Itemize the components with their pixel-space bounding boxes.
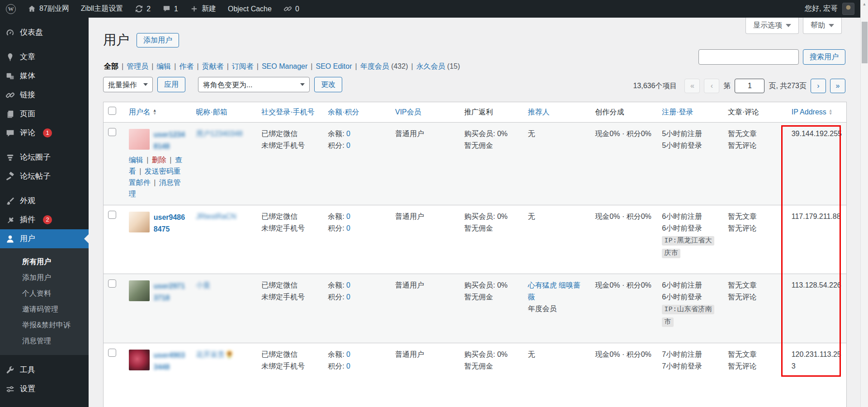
chain-link-icon xyxy=(283,5,292,13)
vertical-scrollbar[interactable]: ▲ xyxy=(860,0,868,407)
last-page-button[interactable]: » xyxy=(830,79,845,93)
wp-logo-menu[interactable]: W xyxy=(0,0,22,18)
sidebar-item-users[interactable]: 用户 xyxy=(0,229,89,248)
column-username[interactable]: 用户名▲▼ xyxy=(129,107,157,117)
column-social-phone[interactable]: 社交登录·手机号 xyxy=(261,107,314,117)
balance-value[interactable]: 0 xyxy=(346,281,350,289)
points-value[interactable]: 0 xyxy=(346,293,350,301)
column-balance-points[interactable]: 余额·积分 xyxy=(328,107,359,117)
admin-sidebar: 仪表盘 文章 媒体 链接 页面 评论 1 论坛圈子 xyxy=(0,18,89,407)
column-nickname-email[interactable]: 昵称·邮箱 xyxy=(196,107,227,117)
balance-value[interactable]: 0 xyxy=(346,213,350,220)
nickname-link[interactable]: 用户12340348 xyxy=(196,130,243,137)
filter-contributor[interactable]: 贡献者 xyxy=(202,62,224,70)
row-checkbox[interactable] xyxy=(108,349,116,357)
site-name-link[interactable]: 87副业网 xyxy=(22,0,75,18)
ip-address-value: 113.128.54.226 xyxy=(787,274,847,343)
performance-links-menu[interactable]: 0 xyxy=(278,0,305,18)
screen-options-tab[interactable]: 显示选项 xyxy=(745,18,799,34)
username-link[interactable]: user49033448 xyxy=(129,349,187,373)
referrer-link[interactable]: 心有猛虎 细嗅蔷薇 xyxy=(528,281,580,301)
sidebar-item-plugins[interactable]: 插件 2 xyxy=(0,210,89,229)
bulk-action-select[interactable]: 批量操作 xyxy=(103,77,153,92)
next-page-button[interactable]: › xyxy=(811,79,826,93)
comments-link[interactable]: 1 xyxy=(156,0,184,18)
sidebar-item-forum-circles[interactable]: 论坛圈子 xyxy=(0,148,89,167)
updates-link[interactable]: 2 xyxy=(129,0,156,18)
filter-seo-manager[interactable]: SEO Manager xyxy=(262,62,307,70)
sidebar-item-settings[interactable]: 设置 xyxy=(0,379,89,398)
change-role-button[interactable]: 更改 xyxy=(314,77,342,92)
column-ip-address[interactable]: IP Address▲▼ xyxy=(792,107,833,117)
username-link[interactable]: user29713718 xyxy=(129,279,187,304)
nickname-link[interactable]: 小曼 xyxy=(196,281,211,289)
sort-arrows-icon: ▲▼ xyxy=(829,109,833,115)
search-users-input[interactable] xyxy=(698,49,799,65)
menu-separator xyxy=(0,42,89,47)
pushpin-icon xyxy=(5,52,15,62)
sidebar-item-links[interactable]: 链接 xyxy=(0,85,89,104)
nickname-link[interactable]: JRtestRaCN xyxy=(196,213,236,220)
points-value[interactable]: 0 xyxy=(346,224,350,232)
column-vip[interactable]: VIP会员 xyxy=(395,107,421,117)
sidebar-item-pages[interactable]: 页面 xyxy=(0,104,89,123)
sidebar-item-media[interactable]: 媒体 xyxy=(0,66,89,85)
update-icon xyxy=(135,5,143,13)
filter-author[interactable]: 作者 xyxy=(179,62,193,70)
search-users-button[interactable]: 搜索用户 xyxy=(803,49,845,65)
table-row: user94868475 JRtestRaCN 已绑定微信未绑定手机号 余额: … xyxy=(104,205,847,274)
items-total: 13,636个项目 xyxy=(633,81,677,91)
balance-value[interactable]: 0 xyxy=(346,130,350,137)
first-page-button[interactable]: « xyxy=(684,79,700,93)
row-checkbox[interactable] xyxy=(108,211,116,219)
object-cache-menu[interactable]: Object Cache xyxy=(222,0,278,18)
submenu-invite-codes[interactable]: 邀请码管理 xyxy=(0,301,89,317)
sidebar-item-forum-posts[interactable]: 论坛帖子 xyxy=(0,167,89,186)
delete-link[interactable]: 删除 xyxy=(152,156,166,164)
submenu-add-user[interactable]: 添加用户 xyxy=(0,270,89,285)
menu-separator xyxy=(0,186,89,191)
nickname-link[interactable]: 花开富贵🌻 xyxy=(196,350,234,358)
apply-button[interactable]: 应用 xyxy=(157,77,185,92)
sidebar-item-appearance[interactable]: 外观 xyxy=(0,191,89,210)
filter-administrator[interactable]: 管理员 xyxy=(127,62,148,70)
avatar xyxy=(129,212,150,232)
submenu-profile[interactable]: 个人资料 xyxy=(0,285,89,301)
current-page-input[interactable] xyxy=(735,79,764,93)
balance-value[interactable]: 0 xyxy=(346,350,350,358)
filter-seo-editor[interactable]: SEO Editor xyxy=(316,62,352,70)
change-role-select[interactable]: 将角色变更为... xyxy=(198,77,310,92)
sidebar-item-tools[interactable]: 工具 xyxy=(0,360,89,379)
scrollbar-thumb[interactable] xyxy=(862,22,868,63)
edit-link[interactable]: 编辑 xyxy=(129,156,143,164)
row-checkbox[interactable] xyxy=(108,128,116,136)
points-value[interactable]: 0 xyxy=(346,362,350,370)
filter-editor[interactable]: 编辑 xyxy=(156,62,171,70)
points-value[interactable]: 0 xyxy=(346,142,350,149)
prev-page-button[interactable]: ‹ xyxy=(704,79,719,93)
row-checkbox[interactable] xyxy=(108,279,116,288)
sidebar-item-dashboard[interactable]: 仪表盘 xyxy=(0,23,89,42)
sidebar-item-comments[interactable]: 评论 1 xyxy=(0,123,89,142)
column-referrer[interactable]: 推荐人 xyxy=(528,107,550,117)
sidebar-item-posts[interactable]: 文章 xyxy=(0,47,89,66)
filter-lifetime-member[interactable]: 永久会员 xyxy=(416,62,445,70)
pagination: 13,636个项目 « ‹ 第 页, 共273页 › » xyxy=(633,79,845,93)
help-tab[interactable]: 帮助 xyxy=(803,18,842,34)
admin-avatar[interactable] xyxy=(842,3,854,15)
submenu-message-management[interactable]: 消息管理 xyxy=(0,333,89,349)
submenu-reports-bans[interactable]: 举报&禁封申诉 xyxy=(0,317,89,333)
home-icon xyxy=(28,5,36,13)
filter-subscriber[interactable]: 订阅者 xyxy=(232,62,254,70)
username-link[interactable]: user12348148 xyxy=(129,128,187,152)
user-greeting[interactable]: 您好, 宏哥 xyxy=(805,4,838,14)
column-register-login[interactable]: 注册·登录 xyxy=(662,107,693,117)
filter-annual-member[interactable]: 年度会员 xyxy=(360,62,389,70)
select-all-checkbox[interactable] xyxy=(108,107,116,115)
submenu-all-users[interactable]: 所有用户 xyxy=(0,254,89,270)
filter-all[interactable]: 全部 xyxy=(104,62,118,70)
scroll-up-arrow-icon[interactable]: ▲ xyxy=(861,0,868,8)
add-user-button[interactable]: 添加用户 xyxy=(137,33,179,47)
zibll-theme-settings-link[interactable]: Zibll主题设置 xyxy=(75,0,129,18)
new-content-menu[interactable]: 新建 xyxy=(184,0,222,18)
